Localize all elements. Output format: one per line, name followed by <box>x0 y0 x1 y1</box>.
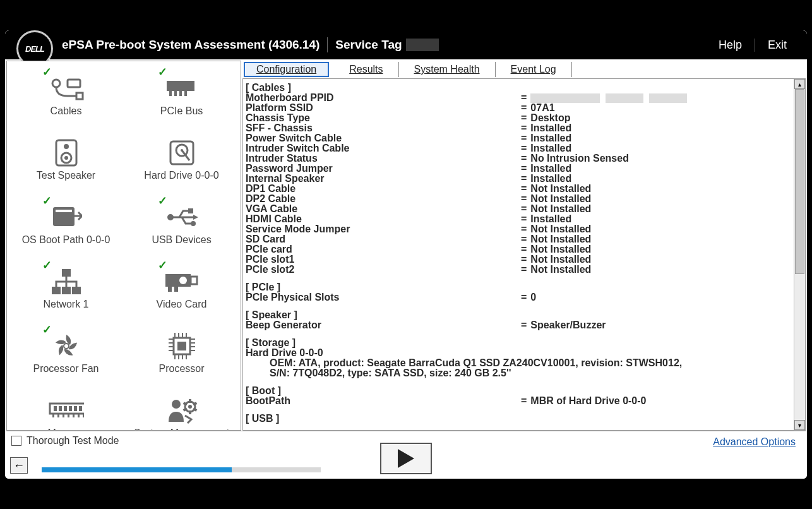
tab-system-health[interactable]: System Health <box>399 62 496 77</box>
config-label: Platform SSID <box>246 103 521 113</box>
config-line: Hard Drive 0-0-0 <box>246 348 791 358</box>
svg-marker-72 <box>398 449 414 468</box>
svg-rect-21 <box>62 269 71 277</box>
svg-rect-55 <box>79 406 82 411</box>
hdd-icon <box>164 138 200 167</box>
tab-row: ConfigurationResultsSystem HealthEvent L… <box>242 61 806 78</box>
check-icon: ✓ <box>42 258 52 272</box>
config-label: Internal Speaker <box>246 174 521 184</box>
device-item-hdd[interactable]: Hard Drive 0-0-0 <box>124 129 239 189</box>
footer: Thorough Test Mode Advanced Options ← <box>5 431 807 479</box>
progress-bar <box>42 467 321 472</box>
svg-rect-61 <box>78 414 80 417</box>
device-item-network[interactable]: ✓Network 1 <box>8 258 124 318</box>
config-row: Service Mode Jumper=Not Installed <box>246 224 791 234</box>
device-item-speaker[interactable]: Test Speaker <box>8 129 124 189</box>
config-row: SD Card=Not Installed <box>246 234 791 244</box>
play-button[interactable] <box>380 443 432 474</box>
config-row: PCIe slot2=Not Installed <box>246 265 791 275</box>
memory-icon <box>49 396 84 425</box>
config-row: Platform SSID=07A1 <box>246 103 791 113</box>
svg-rect-24 <box>72 287 81 294</box>
config-value: Not Installed <box>530 184 591 194</box>
device-label: Processor <box>158 363 204 374</box>
scroll-thumb[interactable] <box>795 89 804 274</box>
config-value: Speaker/Buzzer <box>530 320 606 330</box>
config-value: 07A1 <box>530 103 554 113</box>
config-label: DP1 Cable <box>246 184 521 194</box>
config-label: PCIe slot2 <box>246 265 521 275</box>
svg-rect-3 <box>167 81 194 91</box>
config-row: Power Switch Cable=Installed <box>246 133 791 143</box>
advanced-options-link[interactable]: Advanced Options <box>713 436 796 448</box>
svg-rect-16 <box>56 210 72 212</box>
config-value: Installed <box>530 143 571 153</box>
config-label: Chassis Type <box>246 113 521 123</box>
config-row: DP2 Cable=Not Installed <box>246 194 791 204</box>
config-value: Not Installed <box>530 234 591 244</box>
svg-marker-20 <box>193 215 198 220</box>
device-item-fan[interactable]: ✓Processor Fan <box>8 323 124 382</box>
device-item-memory[interactable]: Memory <box>8 387 124 431</box>
config-row: BootPath=MBR of Hard Drive 0-0-0 <box>246 396 791 406</box>
config-label: SFF - Chassis <box>246 123 521 133</box>
help-button[interactable]: Help <box>706 39 755 52</box>
config-row: PCIe Physical Slots=0 <box>246 292 791 302</box>
config-label: Service Mode Jumper <box>246 224 521 234</box>
device-label: Hard Drive 0-0-0 <box>144 170 218 181</box>
svg-rect-57 <box>57 414 59 417</box>
config-value: Not Installed <box>530 244 591 254</box>
scrollbar[interactable]: ▴ ▾ <box>794 79 805 430</box>
device-label: Video Card <box>157 299 207 310</box>
config-value: Installed <box>530 164 571 174</box>
device-item-pcie[interactable]: ✓PCIe Bus <box>124 65 239 124</box>
svg-rect-59 <box>68 414 69 417</box>
service-tag-value <box>406 39 439 51</box>
device-item-sysmgmt[interactable]: System Management <box>124 387 239 431</box>
device-item-usb[interactable]: ✓USB Devices <box>124 194 239 253</box>
svg-rect-66 <box>189 399 191 403</box>
check-icon: ✓ <box>42 65 52 79</box>
svg-rect-69 <box>189 410 191 414</box>
device-item-cables[interactable]: ✓Cables <box>8 65 124 124</box>
device-item-boot[interactable]: ✓OS Boot Path 0-0-0 <box>8 194 124 253</box>
svg-point-11 <box>64 156 68 160</box>
device-label: OS Boot Path 0-0-0 <box>22 234 110 246</box>
scroll-down-icon[interactable]: ▾ <box>794 420 805 430</box>
tab-results[interactable]: Results <box>334 62 398 77</box>
exit-button[interactable]: Exit <box>755 39 799 52</box>
config-value: Installed <box>530 174 571 184</box>
thorough-test-checkbox[interactable] <box>11 436 21 446</box>
device-label: PCIe Bus <box>160 105 203 117</box>
svg-rect-2 <box>76 93 83 99</box>
device-label: Test Speaker <box>37 170 95 181</box>
back-button[interactable]: ← <box>10 457 28 474</box>
config-row: Intruder Switch Cable=Installed <box>246 143 791 153</box>
check-icon: ✓ <box>158 258 167 272</box>
svg-point-63 <box>172 400 181 409</box>
device-label: Cables <box>51 105 82 117</box>
svg-point-26 <box>179 277 187 284</box>
config-value: Not Installed <box>530 194 591 204</box>
device-item-cpu[interactable]: Processor <box>124 323 239 382</box>
tab-event-log[interactable]: Event Log <box>496 62 572 77</box>
svg-rect-1 <box>68 80 80 87</box>
device-label: Processor Fan <box>33 363 99 374</box>
config-value <box>530 93 687 103</box>
config-row: Intruder Status=No Intrusion Sensed <box>246 153 791 164</box>
app-title: ePSA Pre-boot System Assessment (4306.14… <box>62 38 319 52</box>
config-label: PCIe card <box>246 244 521 254</box>
svg-point-0 <box>52 80 60 87</box>
config-label: Motherboard PPID <box>246 93 521 103</box>
device-item-video[interactable]: ✓Video Card <box>124 258 239 318</box>
config-value: MBR of Hard Drive 0-0-0 <box>530 396 646 406</box>
svg-rect-28 <box>174 287 178 292</box>
tab-configuration[interactable]: Configuration <box>244 62 329 77</box>
scroll-up-icon[interactable]: ▴ <box>794 79 805 89</box>
section-heading: [ Boot ] <box>246 386 791 396</box>
svg-rect-23 <box>62 287 71 294</box>
service-tag-label: Service Tag <box>335 38 402 52</box>
svg-rect-60 <box>73 414 75 417</box>
svg-point-30 <box>64 344 69 349</box>
config-label: PCIe slot1 <box>246 254 521 265</box>
